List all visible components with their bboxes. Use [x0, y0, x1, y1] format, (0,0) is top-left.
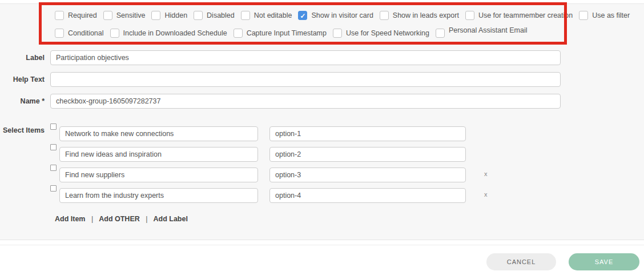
select-items-list: x x x x: [50, 123, 488, 206]
name-field-caption: Name *: [0, 97, 50, 105]
help-text-caption: Help Text: [0, 75, 50, 83]
flag-checkbox-option[interactable]: Show in visitor card: [298, 11, 373, 20]
remove-item-button[interactable]: x: [484, 170, 488, 177]
flag-checkbox-option[interactable]: Use for teammember creation: [465, 11, 573, 20]
checkbox-icon[interactable]: [234, 29, 243, 38]
select-item-row: x: [50, 185, 488, 206]
item-option-input[interactable]: [269, 188, 466, 203]
flag-checkbox-option[interactable]: Disabled: [194, 11, 235, 20]
checkbox-icon[interactable]: [241, 11, 250, 20]
item-option-input[interactable]: [269, 147, 466, 162]
flags-row-2: Conditional Include in Downloaded Schedu…: [55, 29, 644, 38]
label-field-row: Label: [0, 50, 644, 65]
label-field-caption: Label: [0, 54, 50, 62]
add-item-link[interactable]: Add Item: [55, 215, 85, 223]
checkbox-icon[interactable]: [110, 29, 119, 38]
flag-checkbox-option[interactable]: Not editable: [241, 11, 292, 20]
remove-item-button[interactable]: x: [484, 191, 488, 198]
flag-label: Use for Speed Networking: [346, 29, 429, 37]
flag-label: Conditional: [68, 29, 104, 37]
add-other-link[interactable]: Add OTHER: [99, 215, 140, 223]
checkbox-icon[interactable]: [579, 11, 588, 20]
item-label-input[interactable]: [59, 147, 258, 162]
flag-checkbox-option[interactable]: Hidden: [151, 11, 187, 20]
flag-checkbox-option[interactable]: Conditional: [55, 29, 104, 38]
flag-checkbox-option[interactable]: Personal Assistant Email: [436, 29, 528, 38]
cancel-button[interactable]: CANCEL: [486, 253, 556, 270]
select-item-row: x: [50, 144, 488, 165]
item-label-input[interactable]: [59, 188, 258, 203]
item-actions: Add Item | Add OTHER | Add Label: [0, 215, 644, 223]
field-settings-rows: Label Help Text Name *: [0, 50, 644, 109]
checkbox-icon[interactable]: [333, 29, 342, 38]
name-input[interactable]: [50, 94, 561, 109]
flag-label: Disabled: [207, 11, 235, 19]
flag-checkbox-option[interactable]: Required: [55, 11, 97, 20]
checkbox-icon[interactable]: [103, 11, 112, 20]
separator: |: [146, 215, 147, 223]
flag-checkbox-option[interactable]: Use for Speed Networking: [333, 29, 429, 38]
flag-label: Use as filter: [592, 11, 630, 19]
item-label-input[interactable]: [59, 168, 258, 182]
flag-checkbox-option[interactable]: Show in leads export: [380, 11, 459, 20]
add-label-link[interactable]: Add Label: [154, 215, 188, 223]
checkbox-icon[interactable]: [436, 29, 445, 38]
flag-label: Capture Input Timestamp: [247, 29, 327, 37]
item-label-input[interactable]: [59, 126, 258, 141]
select-item-row: x: [50, 165, 488, 185]
checkbox-icon[interactable]: [380, 11, 389, 20]
separator: |: [91, 215, 93, 223]
save-button[interactable]: SAVE: [569, 253, 639, 270]
item-option-input[interactable]: [269, 168, 466, 182]
checkbox-icon[interactable]: [298, 11, 307, 20]
checkbox-icon[interactable]: [151, 11, 160, 20]
flag-checkbox-option[interactable]: Capture Input Timestamp: [234, 29, 327, 38]
help-text-input[interactable]: [50, 72, 561, 87]
select-items-caption: Select Items: [0, 123, 50, 134]
flag-checkbox-option[interactable]: Include in Downloaded Schedule: [110, 29, 227, 38]
flag-checkbox-option[interactable]: Use as filter: [579, 11, 630, 20]
flag-label: Show in visitor card: [311, 11, 373, 19]
item-checkbox-icon[interactable]: [50, 165, 57, 171]
item-checkbox-icon[interactable]: [50, 185, 57, 192]
flag-label: Personal Assistant Email: [449, 26, 528, 34]
checkbox-icon[interactable]: [55, 11, 64, 20]
select-item-row: x: [50, 123, 488, 144]
flag-label: Required: [68, 11, 97, 19]
label-input[interactable]: [50, 50, 561, 65]
flag-checkbox-option[interactable]: Sensitive: [103, 11, 146, 20]
flag-label: Use for teammember creation: [478, 11, 573, 19]
flags-row-1: Required Sensitive Hidden Disabled Not e…: [55, 11, 644, 20]
checkbox-icon[interactable]: [465, 11, 474, 20]
name-field-row: Name *: [0, 94, 644, 109]
item-checkbox-icon[interactable]: [50, 123, 57, 130]
flag-label: Show in leads export: [393, 11, 459, 19]
flag-label: Not editable: [254, 11, 292, 19]
select-items-section: Select Items x x x x: [0, 123, 644, 206]
checkbox-icon[interactable]: [55, 29, 64, 38]
flag-label: Sensitive: [116, 11, 146, 19]
form-section: Required Sensitive Hidden Disabled Not e…: [0, 3, 644, 240]
item-option-input[interactable]: [269, 126, 466, 141]
checkbox-icon[interactable]: [194, 11, 203, 20]
flag-label: Hidden: [164, 11, 187, 19]
field-editor-panel: Required Sensitive Hidden Disabled Not e…: [0, 3, 644, 279]
item-checkbox-icon[interactable]: [50, 144, 57, 150]
field-flags-group: Required Sensitive Hidden Disabled Not e…: [0, 11, 644, 38]
help-text-field-row: Help Text: [0, 72, 644, 87]
flag-label: Include in Downloaded Schedule: [123, 29, 227, 37]
footer-actions: CANCEL SAVE: [0, 245, 644, 278]
